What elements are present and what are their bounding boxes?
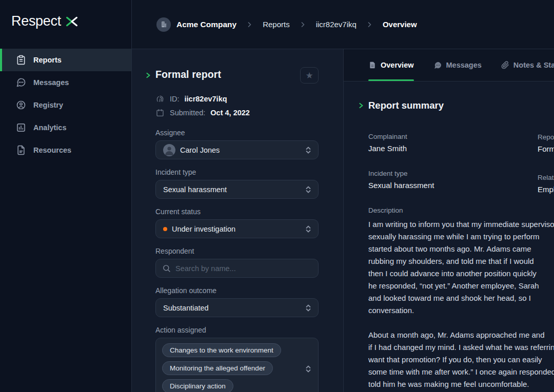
complainant-label: Complainant xyxy=(368,133,522,140)
sidebar-item-messages[interactable]: Messages xyxy=(0,71,131,94)
action-assigned-field: Action assigned Changes to the work envi… xyxy=(155,326,319,392)
report-type-field: Report type Formal xyxy=(538,133,554,153)
assignee-label: Assignee xyxy=(155,129,319,137)
relationship-label: Relationship xyxy=(538,174,554,181)
description-line: if I had changed my mind. I asked what h… xyxy=(368,341,554,354)
tab-label: Notes & Statements xyxy=(513,61,554,69)
report-overview-panel: Overview Messages Notes & Statements Rep… xyxy=(344,49,554,392)
allegation-outcome-select[interactable]: Substantiated xyxy=(155,298,319,317)
app-logo[interactable]: Respect xyxy=(0,0,131,29)
document-icon xyxy=(16,145,26,155)
incident-type-select[interactable]: Sexual harassment xyxy=(155,180,319,199)
sidebar-item-analytics[interactable]: Analytics xyxy=(0,116,131,139)
collapse-chevron-icon[interactable] xyxy=(358,102,364,109)
select-caret-icon xyxy=(305,185,312,194)
report-title: Formal report xyxy=(155,69,221,80)
star-icon xyxy=(305,71,313,80)
description-line: rubbing my shoulders, and told me that i… xyxy=(368,255,554,267)
action-tag[interactable]: Monitoring the alleged offender xyxy=(162,361,273,375)
report-type-value: Formal xyxy=(538,145,554,153)
breadcrumb: Acme Company Reports iicr82ev7ikq Overvi… xyxy=(156,17,417,32)
collapse-chevron-icon[interactable] xyxy=(145,72,151,79)
select-caret-icon xyxy=(305,304,312,312)
relationship-field: Relationship Employee xyxy=(538,174,554,194)
select-caret-icon xyxy=(305,225,312,233)
incident-type-field: Incident type Sexual harassment xyxy=(155,168,319,199)
tab-notes-statements[interactable]: Notes & Statements xyxy=(501,49,554,81)
sidebar-item-label: Registry xyxy=(33,101,63,109)
incident-type-summary-field: Incident type Sexual harassment xyxy=(368,170,522,190)
description-line: he responded, “not yet.” Another employe… xyxy=(368,280,554,292)
clipboard-icon xyxy=(16,55,26,65)
respondent-search xyxy=(155,259,319,278)
report-meta: ID: iicr82ev7ikq Submitted: Oct 4, 2022 xyxy=(155,94,319,117)
action-assigned-multiselect[interactable]: Changes to the work environment Monitori… xyxy=(155,338,319,392)
assignee-value: Carol Jones xyxy=(180,146,220,154)
report-type-label: Report type xyxy=(538,133,554,141)
incident-type-value: Sexual harassment xyxy=(163,185,227,194)
building-icon xyxy=(160,20,168,28)
submitted-value: Oct 4, 2022 xyxy=(210,109,250,117)
sidebar-item-label: Analytics xyxy=(33,123,66,132)
app-logo-text: Respect xyxy=(11,13,61,29)
action-tag[interactable]: Changes to the work environment xyxy=(162,343,281,357)
submitted-row: Submitted: Oct 4, 2022 xyxy=(155,108,319,117)
calendar-icon xyxy=(155,108,165,117)
sidebar-item-resources[interactable]: Resources xyxy=(0,139,131,161)
report-id-row: ID: iicr82ev7ikq xyxy=(155,94,319,104)
current-status-field: Current status Under investigation xyxy=(155,208,319,238)
chevron-right-icon xyxy=(247,22,252,28)
breadcrumb-company[interactable]: Acme Company xyxy=(156,17,236,32)
sidebar-item-label: Resources xyxy=(33,146,71,154)
id-label: ID: xyxy=(170,95,180,103)
sidebar-nav: Reports Messages Registry xyxy=(0,49,131,161)
description-line: and looked toward me and shook her head,… xyxy=(368,292,554,304)
sidebar-item-label: Messages xyxy=(33,78,69,87)
description-text: I am writing to inform you that my immed… xyxy=(368,218,554,390)
action-assigned-label: Action assigned xyxy=(155,326,319,334)
description-line: I am writing to inform you that my immed… xyxy=(368,218,554,231)
respondent-label: Respondent xyxy=(155,247,319,255)
detail-tabs: Overview Messages Notes & Statements xyxy=(344,49,554,81)
allegation-outcome-field: Allegation outcome Substantiated xyxy=(155,286,319,317)
favorite-button[interactable] xyxy=(300,67,319,84)
complainant-field: Complainant Jane Smith xyxy=(368,133,522,153)
sidebar-item-reports[interactable]: Reports xyxy=(0,49,131,71)
breadcrumb-company-name: Acme Company xyxy=(176,20,236,29)
current-status-select[interactable]: Under investigation xyxy=(155,219,319,238)
respondent-search-input[interactable] xyxy=(175,264,312,273)
select-caret-icon xyxy=(305,146,312,154)
description-field: Description I am writing to inform you t… xyxy=(368,207,554,390)
sidebar-item-registry[interactable]: Registry xyxy=(0,94,131,116)
assignee-avatar xyxy=(163,144,175,156)
action-tag[interactable]: Disciplinary action xyxy=(162,379,233,392)
chevron-right-icon xyxy=(301,22,305,28)
assignee-select[interactable]: Carol Jones xyxy=(155,140,319,159)
tab-overview[interactable]: Overview xyxy=(368,49,414,81)
description-line: then I could advance into another positi… xyxy=(368,267,554,280)
description-line: told him he was making me feel uncomfort… xyxy=(368,378,554,390)
id-value: iicr82ev7ikq xyxy=(185,95,227,103)
search-icon xyxy=(162,264,171,273)
description-line: sexually harassing me while I am trying … xyxy=(368,231,554,243)
breadcrumb-item-report-id[interactable]: iicr82ev7ikq xyxy=(316,20,357,29)
tab-messages[interactable]: Messages xyxy=(433,49,482,81)
submitted-label: Submitted: xyxy=(170,109,205,117)
report-details-panel: Formal report ID: iicr82ev7ikq xyxy=(132,49,344,392)
person-circle-icon xyxy=(16,100,26,110)
current-status-value: Under investigation xyxy=(172,225,235,233)
description-line: started about two months ago. Mr. Adams … xyxy=(368,243,554,255)
fingerprint-icon xyxy=(155,94,165,104)
incident-type-label: Incident type xyxy=(155,168,319,176)
complainant-value: Jane Smith xyxy=(368,144,522,153)
tab-label: Messages xyxy=(446,61,482,69)
allegation-outcome-label: Allegation outcome xyxy=(155,286,319,295)
select-caret-icon xyxy=(305,365,312,373)
tab-label: Overview xyxy=(381,61,414,69)
breadcrumb-item-reports[interactable]: Reports xyxy=(263,20,290,29)
logo-x-mark-icon xyxy=(65,16,78,27)
report-summary-section: Report summary Complainant Jane Smith Re… xyxy=(344,81,554,390)
breadcrumb-item-overview[interactable]: Overview xyxy=(383,20,417,29)
section-title: Report summary xyxy=(368,100,444,111)
relationship-value: Employee xyxy=(538,185,554,194)
